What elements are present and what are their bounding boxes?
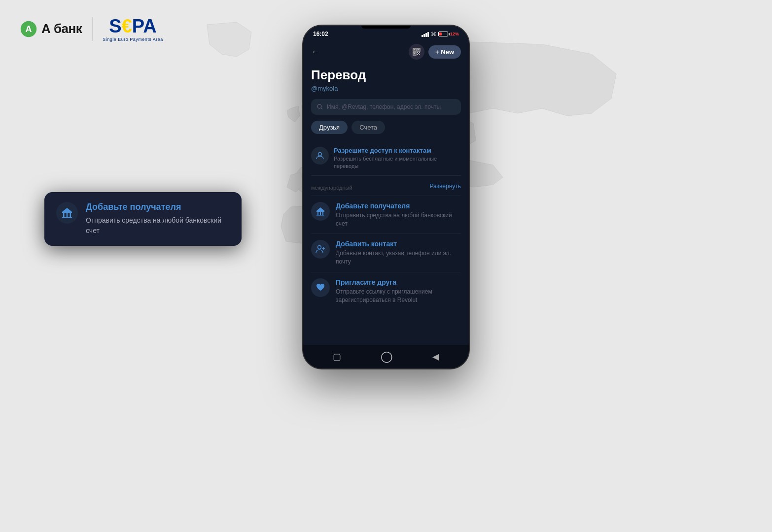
tab-friends-label: Друзья	[319, 124, 340, 131]
top-nav: ←	[303, 40, 469, 64]
list-item-add-recipient[interactable]: Добавьте получателя Отправить средства н…	[311, 196, 461, 234]
signal-bar-1	[421, 35, 423, 37]
list-item-1-subtitle: Отправить средства на любой банковский с…	[336, 211, 461, 228]
svg-rect-8	[417, 52, 418, 53]
sepa-pa: PA	[132, 16, 157, 37]
svg-rect-16	[316, 211, 324, 212]
svg-rect-30	[62, 217, 72, 218]
phone-screen: Перевод @mykola Имя, @Revtag, телефон, а…	[303, 64, 469, 369]
signal-bar-4	[427, 32, 429, 37]
tooltip-subtitle: Отправить средства на любой банковский с…	[86, 215, 230, 236]
signal-bars-icon	[421, 31, 429, 37]
svg-rect-26	[63, 213, 65, 217]
tooltip-content: Добавьте получателя Отправить средства н…	[86, 202, 230, 236]
logo-divider	[92, 17, 93, 41]
logo-area: А А банк S € PA Single Euro Payments Are…	[20, 16, 163, 42]
battery-fill	[439, 33, 442, 35]
svg-rect-3	[414, 49, 416, 51]
list-item-2-text: Добавить контакт Добавьте контакт, указа…	[336, 240, 461, 266]
list-item-3-title: Пригласите друга	[336, 278, 461, 286]
list-item-invite-friend[interactable]: Пригласите друга Отправьте ссылку с приг…	[311, 272, 461, 310]
filter-tabs: Друзья Счета	[311, 121, 461, 134]
person-icon	[316, 151, 324, 160]
phone-notch	[361, 26, 411, 29]
search-bar[interactable]: Имя, @Revtag, телефон, адрес эл. почты	[311, 99, 461, 115]
tooltip-popup: Добавьте получателя Отправить средства н…	[44, 192, 242, 246]
page-subtitle: @mykola	[311, 85, 461, 92]
svg-rect-25	[62, 212, 72, 213]
person-add-icon-wrap	[311, 240, 330, 259]
qr-button[interactable]	[409, 44, 424, 60]
battery-level: 12%	[450, 32, 459, 36]
status-time: 16:02	[313, 31, 328, 37]
svg-marker-20	[316, 207, 324, 211]
tab-accounts[interactable]: Счета	[351, 121, 385, 134]
sepa-subtitle: Single Euro Payments Area	[103, 37, 163, 42]
expand-row: Развернуть международный	[311, 180, 461, 196]
battery-icon	[438, 32, 448, 36]
svg-rect-7	[414, 53, 416, 55]
nav-home-icon[interactable]: ◯	[381, 350, 393, 363]
heart-icon	[316, 283, 325, 293]
svg-rect-17	[317, 212, 318, 215]
new-button[interactable]: + New	[428, 45, 461, 59]
svg-rect-27	[67, 213, 68, 217]
qr-icon	[413, 48, 421, 56]
tooltip-icon-wrap	[56, 202, 78, 224]
bank-icon	[316, 206, 325, 216]
bottom-nav: ▢ ◯ ◀	[303, 345, 469, 368]
partial-item: международный	[311, 183, 461, 195]
sepa-euro: €	[122, 16, 132, 37]
list-item-1-text: Добавьте получателя Отправить средства н…	[336, 202, 461, 228]
svg-rect-21	[316, 215, 324, 216]
search-placeholder: Имя, @Revtag, телефон, адрес эл. почты	[327, 103, 441, 110]
svg-rect-28	[70, 213, 71, 217]
svg-rect-5	[418, 49, 420, 51]
search-icon	[317, 104, 323, 110]
heart-icon-wrap	[311, 278, 330, 297]
list-items-container: Добавьте получателя Отправить средства н…	[311, 196, 461, 310]
contact-access-subtitle: Разрешить бесплатные и моментальные пере…	[334, 155, 461, 170]
abank-logo: А А банк	[20, 20, 82, 38]
main-content: Перевод @mykola Имя, @Revtag, телефон, а…	[303, 64, 469, 314]
list-item-2-subtitle: Добавьте контакт, указав телефон или эл.…	[336, 249, 461, 266]
phone-device: 16:02 ⌘ 12% ←	[302, 25, 470, 369]
list-item-1-title: Добавьте получателя	[336, 202, 461, 210]
svg-rect-19	[322, 212, 323, 215]
svg-rect-11	[419, 54, 420, 55]
list-item-2-title: Добавить контакт	[336, 240, 461, 248]
status-icons: ⌘ 12%	[421, 31, 459, 37]
svg-rect-9	[419, 52, 420, 53]
sepa-logo: S € PA Single Euro Payments Area	[103, 16, 163, 42]
list-item-3-text: Пригласите друга Отправьте ссылку с приг…	[336, 278, 461, 304]
svg-rect-18	[320, 212, 321, 215]
svg-rect-10	[417, 54, 418, 55]
contact-access-icon-wrap	[311, 147, 329, 165]
contact-text-block: Разрешите доступ к контактам Разрешить б…	[334, 147, 461, 170]
tooltip-bank-icon	[61, 207, 73, 219]
nav-actions: + New	[409, 44, 461, 60]
nav-square-icon[interactable]: ▢	[333, 351, 341, 362]
bank-icon-wrap	[311, 202, 330, 221]
wifi-icon: ⌘	[431, 31, 436, 37]
sepa-s: S	[109, 16, 121, 37]
page-title: Перевод	[311, 67, 461, 83]
svg-point-15	[318, 153, 322, 156]
tab-friends[interactable]: Друзья	[311, 121, 348, 134]
list-item-add-contact[interactable]: Добавить контакт Добавьте контакт, указа…	[311, 234, 461, 272]
svg-point-22	[318, 246, 321, 249]
back-button[interactable]: ←	[311, 47, 320, 57]
svg-rect-12	[418, 53, 419, 54]
abank-name: А банк	[41, 21, 82, 36]
contact-access-row[interactable]: Разрешите доступ к контактам Разрешить б…	[311, 142, 461, 176]
tab-accounts-label: Счета	[359, 124, 377, 131]
list-item-3-subtitle: Отправьте ссылку с приглашением зарегист…	[336, 288, 461, 304]
svg-marker-29	[62, 208, 72, 212]
nav-back-icon[interactable]: ◀	[432, 351, 439, 362]
tooltip-title: Добавьте получателя	[86, 202, 230, 212]
svg-point-13	[317, 104, 321, 108]
signal-bar-2	[423, 34, 425, 37]
contact-access-title: Разрешите доступ к контактам	[334, 147, 461, 154]
svg-line-14	[321, 108, 322, 109]
abank-apple-icon: А	[20, 20, 37, 38]
